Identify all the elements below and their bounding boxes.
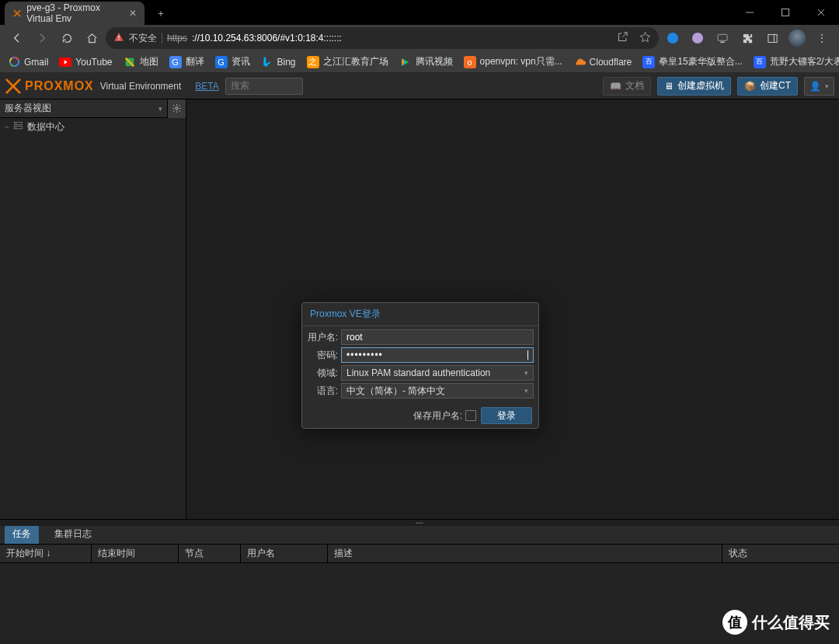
language-label: 语言: — [307, 385, 341, 398]
realm-label: 领域: — [307, 367, 341, 380]
text-cursor — [527, 350, 528, 360]
save-username-label: 保存用户名: — [413, 409, 462, 423]
username-input[interactable]: root — [341, 329, 534, 345]
password-label: 密码: — [307, 349, 341, 362]
login-mask: Proxmox VE登录 用户名: root 密码: ••••••••• 领域:… — [0, 0, 839, 644]
watermark: 值 什么值得买 — [722, 610, 830, 635]
chevron-down-icon: ▾ — [524, 387, 528, 395]
password-input[interactable]: ••••••••• — [341, 347, 534, 363]
login-dialog: Proxmox VE登录 用户名: root 密码: ••••••••• 领域:… — [301, 302, 539, 429]
save-username-group: 保存用户名: — [413, 409, 476, 423]
chevron-down-icon: ▾ — [524, 369, 528, 377]
login-body: 用户名: root 密码: ••••••••• 领域: Linux PAM st… — [302, 326, 538, 403]
save-username-checkbox[interactable] — [465, 410, 476, 421]
login-button[interactable]: 登录 — [481, 407, 532, 424]
login-footer: 保存用户名: 登录 — [302, 403, 538, 428]
watermark-badge-icon: 值 — [722, 610, 747, 635]
login-title: Proxmox VE登录 — [302, 303, 538, 326]
language-select[interactable]: 中文（简体）- 简体中文▾ — [341, 383, 534, 399]
watermark-text: 什么值得买 — [752, 612, 830, 633]
username-label: 用户名: — [307, 331, 341, 344]
realm-select[interactable]: Linux PAM standard authentication▾ — [341, 365, 534, 381]
